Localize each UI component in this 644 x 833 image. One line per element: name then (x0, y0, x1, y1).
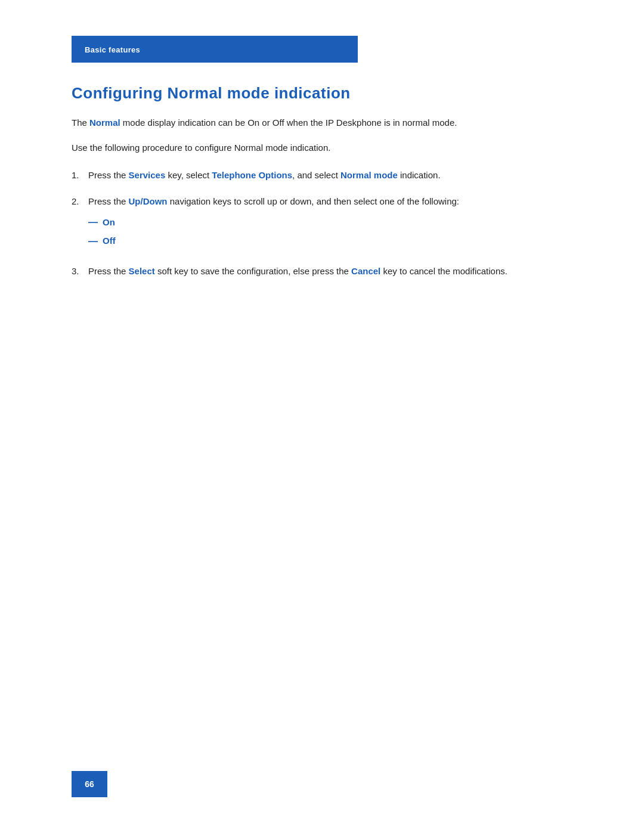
step-2-content: Press the Up/Down navigation keys to scr… (88, 194, 572, 252)
cancel-link: Cancel (351, 266, 380, 276)
step-1-number: 1. (72, 168, 88, 182)
step-2: 2. Press the Up/Down navigation keys to … (72, 194, 572, 252)
step-3-content: Press the Select soft key to save the co… (88, 264, 572, 278)
telephone-options-link: Telephone Options (212, 170, 292, 180)
page-number: 66 (85, 779, 94, 789)
select-link: Select (129, 266, 155, 276)
updown-link: Up/Down (129, 196, 168, 206)
step-3: 3. Press the Select soft key to save the… (72, 264, 572, 278)
services-link: Services (129, 170, 166, 180)
step-2-number: 2. (72, 194, 88, 209)
page-title: Configuring Normal mode indication (72, 84, 572, 103)
option-off-label: Off (103, 234, 116, 248)
normal-bold-intro: Normal (89, 117, 120, 128)
option-on: — On (88, 215, 572, 230)
option-off: — Off (88, 234, 572, 249)
step-3-number: 3. (72, 264, 88, 278)
step-1-content: Press the Services key, select Telephone… (88, 168, 572, 182)
normal-mode-link: Normal mode (340, 170, 398, 180)
page-footer: 66 (72, 771, 107, 797)
option-on-label: On (103, 215, 115, 230)
page-container: Basic features Configuring Normal mode i… (0, 0, 644, 833)
options-list: — On — Off (88, 215, 572, 249)
step-1: 1. Press the Services key, select Teleph… (72, 168, 572, 182)
steps-list: 1. Press the Services key, select Teleph… (72, 168, 572, 278)
header-banner: Basic features (72, 36, 358, 63)
header-banner-text: Basic features (85, 45, 140, 54)
intro-paragraph-1: The Normal mode display indication can b… (72, 116, 572, 130)
page-number-box: 66 (72, 771, 107, 797)
intro-paragraph-2: Use the following procedure to configure… (72, 141, 572, 155)
dash-off: — (88, 234, 98, 249)
dash-on: — (88, 215, 98, 230)
